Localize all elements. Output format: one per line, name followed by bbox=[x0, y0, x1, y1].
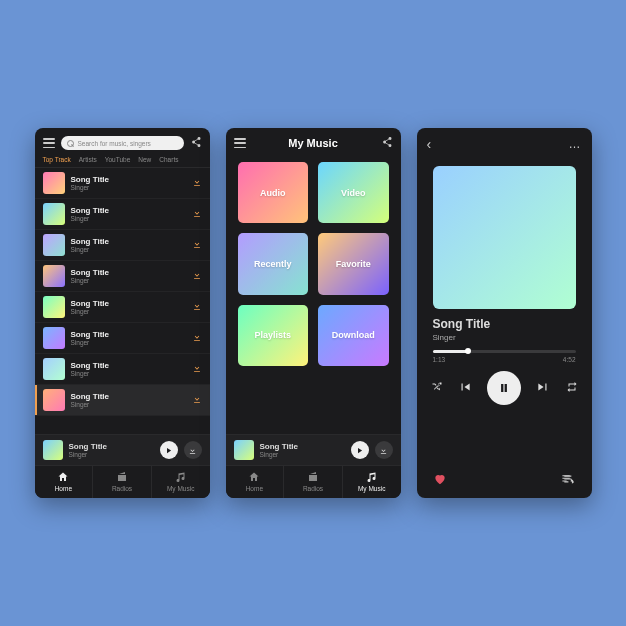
progress-bar[interactable]: 1:13 4:52 bbox=[417, 342, 592, 363]
song-text: Song TitleSinger bbox=[71, 206, 186, 222]
category-recently[interactable]: Recently bbox=[238, 233, 309, 294]
mini-thumb bbox=[43, 440, 63, 460]
mini-title: Song Title bbox=[260, 442, 345, 451]
phone-screen-list: Search for music, singers Top Track Arti… bbox=[35, 128, 210, 498]
svg-point-0 bbox=[123, 477, 126, 480]
menu-icon[interactable] bbox=[234, 138, 246, 148]
song-artist: Singer bbox=[71, 246, 186, 253]
song-artist: Singer bbox=[71, 401, 186, 408]
repeat-icon[interactable] bbox=[566, 381, 578, 395]
nav-label: Radios bbox=[112, 485, 132, 492]
nav-label: Home bbox=[246, 485, 263, 492]
player-controls bbox=[417, 363, 592, 413]
song-text: Song TitleSinger bbox=[71, 237, 186, 253]
download-icon[interactable] bbox=[192, 394, 202, 406]
song-text: Song TitleSinger bbox=[71, 392, 186, 408]
prev-icon[interactable] bbox=[458, 380, 472, 396]
search-placeholder: Search for music, singers bbox=[78, 140, 151, 147]
download-icon[interactable] bbox=[192, 270, 202, 282]
mini-player[interactable]: Song Title Singer bbox=[35, 434, 210, 465]
like-icon[interactable] bbox=[433, 472, 447, 488]
tab-artists[interactable]: Artists bbox=[79, 156, 97, 163]
song-row[interactable]: Song TitleSinger bbox=[35, 323, 210, 354]
nav-label: Home bbox=[55, 485, 72, 492]
player-bottom bbox=[417, 468, 592, 498]
song-title: Song Title bbox=[71, 237, 186, 246]
mini-artist: Singer bbox=[69, 451, 154, 458]
download-icon[interactable] bbox=[192, 239, 202, 251]
mini-thumb bbox=[234, 440, 254, 460]
category-video[interactable]: Video bbox=[318, 162, 389, 223]
track-artist: Singer bbox=[433, 333, 576, 342]
song-title: Song Title bbox=[71, 206, 186, 215]
song-row[interactable]: Song TitleSinger bbox=[35, 230, 210, 261]
track-info: Song Title Singer bbox=[417, 317, 592, 342]
tab-charts[interactable]: Charts bbox=[159, 156, 178, 163]
song-row[interactable]: Song TitleSinger bbox=[35, 385, 210, 416]
mini-player[interactable]: Song Title Singer bbox=[226, 434, 401, 465]
song-row[interactable]: Song TitleSinger bbox=[35, 261, 210, 292]
song-thumb bbox=[43, 203, 65, 225]
header: Search for music, singers bbox=[35, 128, 210, 156]
song-list[interactable]: Song TitleSingerSong TitleSingerSong Tit… bbox=[35, 168, 210, 434]
play-button[interactable] bbox=[160, 441, 178, 459]
song-artist: Singer bbox=[71, 339, 186, 346]
song-title: Song Title bbox=[71, 392, 186, 401]
nav-label: My Music bbox=[358, 485, 385, 492]
song-row[interactable]: Song TitleSinger bbox=[35, 168, 210, 199]
song-artist: Singer bbox=[71, 370, 186, 377]
menu-icon[interactable] bbox=[43, 138, 55, 148]
nav-label: Radios bbox=[303, 485, 323, 492]
shuffle-icon[interactable] bbox=[431, 381, 443, 395]
song-thumb bbox=[43, 172, 65, 194]
next-icon[interactable] bbox=[536, 380, 550, 396]
song-row[interactable]: Song TitleSinger bbox=[35, 354, 210, 385]
download-icon[interactable] bbox=[192, 363, 202, 375]
mini-text: Song Title Singer bbox=[260, 442, 345, 458]
song-title: Song Title bbox=[71, 330, 186, 339]
category-playlists[interactable]: Playlists bbox=[238, 305, 309, 366]
share-icon[interactable] bbox=[381, 136, 393, 150]
download-button[interactable] bbox=[184, 441, 202, 459]
tab-new[interactable]: New bbox=[138, 156, 151, 163]
song-thumb bbox=[43, 389, 65, 411]
download-icon[interactable] bbox=[192, 301, 202, 313]
song-thumb bbox=[43, 358, 65, 380]
category-favorite[interactable]: Favorite bbox=[318, 233, 389, 294]
download-icon[interactable] bbox=[192, 332, 202, 344]
header: ‹ … bbox=[417, 128, 592, 160]
nav-home[interactable]: Home bbox=[35, 466, 94, 498]
song-text: Song TitleSinger bbox=[71, 330, 186, 346]
track-title: Song Title bbox=[433, 317, 576, 331]
download-button[interactable] bbox=[375, 441, 393, 459]
tab-top-track[interactable]: Top Track bbox=[43, 156, 71, 163]
category-audio[interactable]: Audio bbox=[238, 162, 309, 223]
share-icon[interactable] bbox=[190, 136, 202, 150]
album-art-wrap bbox=[417, 160, 592, 317]
time-elapsed: 1:13 bbox=[433, 356, 446, 363]
svg-point-1 bbox=[314, 477, 317, 480]
song-row[interactable]: Song TitleSinger bbox=[35, 292, 210, 323]
nav-radios[interactable]: Radios bbox=[284, 466, 343, 498]
mini-artist: Singer bbox=[260, 451, 345, 458]
playlist-icon[interactable] bbox=[562, 472, 576, 488]
nav-radios[interactable]: Radios bbox=[93, 466, 152, 498]
song-thumb bbox=[43, 296, 65, 318]
pause-button[interactable] bbox=[487, 371, 521, 405]
play-button[interactable] bbox=[351, 441, 369, 459]
download-icon[interactable] bbox=[192, 177, 202, 189]
nav-mymusic[interactable]: My Music bbox=[152, 466, 210, 498]
back-icon[interactable]: ‹ bbox=[427, 136, 432, 152]
more-icon[interactable]: … bbox=[569, 137, 582, 151]
nav-home[interactable]: Home bbox=[226, 466, 285, 498]
song-row[interactable]: Song TitleSinger bbox=[35, 199, 210, 230]
song-text: Song TitleSinger bbox=[71, 268, 186, 284]
tab-youtube[interactable]: YouTube bbox=[105, 156, 131, 163]
song-title: Song Title bbox=[71, 268, 186, 277]
search-icon bbox=[67, 140, 74, 147]
bottom-nav: HomeRadiosMy Music bbox=[226, 465, 401, 498]
category-download[interactable]: Download bbox=[318, 305, 389, 366]
nav-mymusic[interactable]: My Music bbox=[343, 466, 401, 498]
download-icon[interactable] bbox=[192, 208, 202, 220]
search-input[interactable]: Search for music, singers bbox=[61, 136, 184, 150]
